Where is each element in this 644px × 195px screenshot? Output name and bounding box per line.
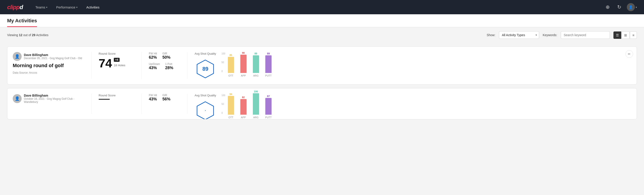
bar-arg-value: 89 [254, 52, 257, 55]
stat-row-top: FW Hit 43% GIR 56% [149, 94, 180, 102]
round-score-section: Round Score [99, 94, 134, 100]
bar-arg-label: ARG [253, 74, 259, 77]
search-input[interactable] [561, 31, 610, 39]
fw-hit-value: 62% [149, 55, 157, 60]
bar-putt-value: 89 [267, 52, 270, 55]
user-menu-button[interactable]: 👤 ▾ [627, 3, 637, 11]
bar-putt: 89 PUTT [265, 52, 272, 77]
list-wide-icon: ≡ [632, 33, 634, 37]
stat-row-bottom: Up/Down 43% 1 Putt 28% [149, 62, 180, 70]
hex-score-value: 89 [202, 66, 208, 72]
activity-type-filter[interactable]: All Activity Types ▾ [499, 31, 539, 39]
viewing-total: 29 [32, 33, 36, 37]
score-bar-placeholder [99, 99, 110, 100]
hex-score-wrap: 89 [195, 59, 215, 79]
one-putt-value: 28% [165, 66, 173, 70]
bar-app: 82 APP [240, 96, 246, 119]
add-button[interactable]: ⊕ [604, 3, 612, 11]
page-header: My Activities [0, 14, 644, 27]
fw-hit-label: FW Hit [149, 94, 157, 97]
fw-hit-value: 43% [149, 97, 157, 102]
one-putt-stat: 1 Putt 28% [165, 62, 173, 70]
bar-app-visual [240, 99, 246, 115]
bar-app-label: APP [241, 74, 246, 77]
logo-rest: d [20, 4, 23, 10]
teams-chevron-icon: ▾ [46, 6, 47, 8]
hex-score-wrap: · [195, 100, 215, 119]
gir-value: 50% [162, 55, 170, 60]
score-badge: +4 [114, 58, 120, 62]
viewing-count: 12 [19, 33, 22, 37]
score-main: 74 +4 18 Holes [99, 57, 134, 69]
user-row: 👤 Dave Billingham December 05, 2021 · Go… [13, 52, 84, 61]
bar-putt-visual [265, 55, 272, 73]
activity-card: ✏ 👤 Dave Billingham December 05, 2021 · … [7, 46, 637, 84]
bar-arg-value: 106 [254, 90, 258, 93]
user-name: Dave Billingham [24, 53, 82, 57]
nav-teams[interactable]: Teams ▾ [32, 4, 51, 11]
list-dense-icon: ☰ [616, 33, 619, 37]
stat-row-top: FW Hit 62% GIR 50% [149, 52, 180, 60]
refresh-button[interactable]: ↻ [615, 3, 623, 11]
logo-accent: clipp [7, 4, 20, 10]
gir-stat: GIR 56% [162, 94, 170, 102]
logo[interactable]: clippd [7, 4, 23, 11]
show-label: Show: [487, 33, 496, 37]
user-info: Dave Billingham October 16, 2021 · Gog M… [24, 94, 84, 104]
bar-ott-visual [228, 96, 234, 115]
score-row [99, 99, 134, 100]
avatar: 👤 [627, 3, 635, 11]
bar-ott-visual [228, 57, 234, 73]
gir-value: 56% [162, 97, 170, 102]
page-title: My Activities [7, 18, 37, 27]
nav-performance[interactable]: Performance ▾ [53, 4, 81, 11]
grid-icon: ⊞ [624, 33, 627, 37]
quality-left: Avg Shot Quality 89 [194, 52, 216, 79]
bar-app-value: 90 [242, 52, 244, 54]
view-list-dense-button[interactable]: ☰ [614, 32, 621, 39]
bar-arg-label: ARG [253, 116, 259, 119]
view-grid-button[interactable]: ⊞ [622, 32, 630, 39]
user-chevron-icon: ▾ [636, 6, 637, 8]
bar-arg: 89 ARG [253, 52, 259, 77]
divider [142, 94, 142, 114]
navbar: clippd Teams ▾ Performance ▾ Activities … [0, 0, 644, 14]
divider [91, 52, 92, 79]
y-axis: 100 50 0 [222, 52, 226, 72]
performance-chevron-icon: ▾ [76, 6, 78, 8]
bar-chart-inner: 100 50 0 94 OTT 82 APP 1 [222, 94, 631, 119]
avatar: 👤 [13, 52, 22, 61]
round-score-section: Round Score 74 +4 18 Holes [99, 52, 134, 69]
bar-putt-value: 87 [267, 95, 270, 98]
one-putt-label: 1 Putt [165, 62, 173, 66]
activity-card: 👤 Dave Billingham October 16, 2021 · Gog… [7, 88, 637, 119]
fw-hit-stat: FW Hit 62% [149, 52, 157, 60]
bar-putt: 87 PUTT [265, 95, 272, 119]
stats-section: FW Hit 43% GIR 56% [149, 94, 180, 104]
bar-ott-label: OTT [228, 74, 234, 77]
filter-bar: Viewing 12 out of 29 Activities Show: Al… [0, 27, 644, 43]
activity-type-select[interactable]: All Activity Types [499, 31, 539, 39]
score-details: +4 18 Holes [114, 58, 125, 69]
nav-activities[interactable]: Activities [83, 4, 103, 11]
bar-putt-visual [265, 98, 272, 115]
divider [187, 94, 188, 114]
view-list-wide-button[interactable]: ≡ [630, 32, 637, 39]
round-score-label: Round Score [99, 52, 134, 55]
user-date: December 05, 2021 · Gog Magog Golf Club … [24, 57, 82, 60]
activity-info: 👤 Dave Billingham December 05, 2021 · Go… [13, 52, 84, 74]
activity-info: 👤 Dave Billingham October 16, 2021 · Gog… [13, 94, 84, 105]
bar-ott-label: OTT [228, 116, 234, 119]
viewing-count-text: Viewing 12 out of 29 Activities [7, 33, 483, 37]
bar-app: 90 APP [240, 52, 246, 77]
bar-ott-value: 85 [230, 54, 232, 56]
keywords-label: Keywords: [543, 33, 557, 37]
user-name: Dave Billingham [24, 94, 84, 97]
user-date: October 16, 2021 · Gog Magog Golf Club -… [24, 97, 84, 104]
nav-actions: ⊕ ↻ 👤 ▾ [604, 3, 637, 11]
bar-app-visual [240, 55, 246, 73]
user-row: 👤 Dave Billingham October 16, 2021 · Gog… [13, 94, 84, 104]
bar-app-label: APP [241, 116, 246, 119]
round-score-label: Round Score [99, 94, 134, 97]
score-number: 74 [99, 57, 112, 69]
